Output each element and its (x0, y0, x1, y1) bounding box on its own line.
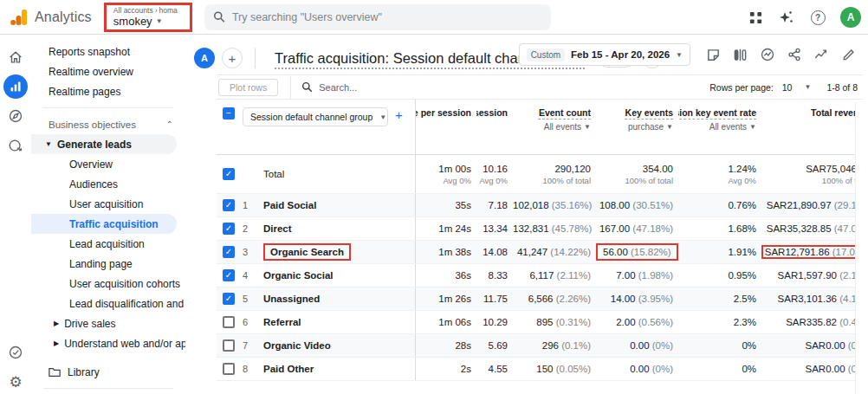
sidebar-item-realtime-pages[interactable]: Realtime pages (31, 81, 185, 101)
row-checkbox[interactable]: ✓ (223, 199, 235, 211)
comparison-icon[interactable] (733, 48, 748, 62)
reports-icon[interactable] (3, 74, 28, 99)
share-icon[interactable] (787, 48, 801, 61)
explore-report-icon[interactable] (813, 47, 829, 62)
sidebar-item-drive-sales[interactable]: ▶Drive sales (31, 313, 185, 333)
account-switcher[interactable]: All accounts›homa smokey ▼ (104, 3, 192, 32)
row-number: 1 (241, 200, 263, 210)
column-header-total-revenue[interactable]: Total rever (811, 107, 857, 119)
row-checkbox[interactable]: ✓ (223, 293, 235, 305)
table-row: 8Paid Other 2s 4.55 150 (0.05%) 0.00 (0%… (217, 358, 863, 381)
events-per-session-cell: 7.18 (476, 200, 513, 210)
help-icon[interactable]: ? (809, 9, 826, 26)
total-revenue-cell: SAR0.00 (0 (761, 364, 862, 374)
avg-engagement-cell: 28s (416, 340, 476, 351)
row-checkbox[interactable] (223, 316, 235, 328)
key-events-filter[interactable]: purchase▼ (628, 121, 673, 132)
total-revenue-cell: SAR1,597.90 (2.1 (761, 270, 862, 281)
row-number: 4 (241, 270, 263, 281)
global-search-input[interactable] (232, 11, 542, 23)
admin-check-icon[interactable] (3, 340, 28, 365)
scrollbar-gutter[interactable] (855, 102, 868, 394)
analytics-logo[interactable]: Analytics (0, 9, 100, 26)
sidebar-item-traffic-acquisition[interactable]: Traffic acquisition (31, 214, 177, 234)
table-search[interactable] (301, 81, 423, 93)
column-header-events-per-session[interactable]: Events per session (476, 107, 508, 119)
sidebar-item-audiences[interactable]: Audiences (31, 174, 185, 194)
advertising-icon[interactable] (3, 133, 28, 158)
event-count-cell: 6,117 (2.11%) (513, 270, 596, 281)
row-number: 3 (241, 247, 263, 257)
select-all-checkbox[interactable]: − (223, 107, 235, 119)
ai-sparkle-icon[interactable] (778, 9, 795, 26)
session-key-event-rate-cell: 0% (678, 340, 761, 351)
row-checkbox[interactable] (223, 363, 235, 375)
edit-pencil-icon[interactable] (841, 48, 856, 62)
avg-engagement-cell: 1m 26s (416, 294, 476, 304)
property-avatar[interactable]: A (194, 48, 215, 68)
events-per-session-cell: 4.55 (476, 364, 513, 374)
arrow-right-icon: ▶ (54, 320, 59, 327)
insights-icon[interactable] (760, 47, 775, 62)
avg-engagement-cell: 1m 06s (416, 317, 476, 327)
sidebar-item-user-acquisition-cohorts[interactable]: User acquisition cohorts (31, 274, 185, 294)
events-per-session-cell: 11.75 (476, 294, 513, 304)
dimension-selector[interactable]: Session default channel group ▼ (243, 107, 388, 126)
apps-grid-icon[interactable] (747, 9, 764, 26)
chevron-down-icon: ▼ (666, 121, 673, 132)
account-breadcrumb: All accounts›homa (113, 6, 178, 15)
explore-icon[interactable] (3, 104, 28, 128)
row-checkbox[interactable]: ✓ (223, 223, 235, 235)
key-events-cell: 56.00 (15.82%) (596, 243, 678, 261)
column-header-event-count[interactable]: Event count (539, 107, 591, 119)
key-events-cell: 167.00 (47.18%) (596, 223, 678, 234)
channel-name: Organic Social (263, 270, 334, 281)
column-header-key-events[interactable]: Key events (625, 107, 673, 119)
event-count-filter[interactable]: All events▼ (544, 121, 591, 132)
avg-engagement-cell: 35s (416, 200, 476, 210)
sidebar-item-overview[interactable]: Overview (31, 154, 185, 174)
home-icon[interactable] (3, 45, 28, 69)
user-avatar[interactable]: A (840, 7, 861, 28)
total-checkbox[interactable]: ✓ (223, 168, 235, 180)
session-key-event-rate-cell: 1.91% (678, 247, 761, 257)
add-property-button[interactable]: + (222, 48, 243, 68)
total-revenue-cell: SAR12,791.86 (17.0 (761, 245, 862, 259)
feedback-note-icon[interactable] (706, 48, 721, 62)
event-count-cell: 296 (0.1%) (513, 340, 596, 351)
table-search-input[interactable] (319, 82, 423, 93)
total-label: Total (263, 169, 284, 179)
row-checkbox[interactable]: ✓ (223, 246, 235, 258)
sidebar-section-business-objectives[interactable]: Business objectives⌃ (31, 114, 185, 134)
avg-engagement-cell: 1m 24s (416, 223, 476, 234)
sidebar-item-lead-acquisition[interactable]: Lead acquisition (31, 234, 185, 254)
session-key-event-rate-cell: 2.3% (678, 317, 761, 327)
table-row: ✓ 5Unassigned 1m 26s 11.75 6,566 (2.26%)… (217, 287, 863, 311)
date-range-picker[interactable]: Custom Feb 15 - Apr 20, 2026 ▼ (519, 43, 690, 66)
divider (43, 388, 173, 389)
sidebar-item-user-acquisition[interactable]: User acquisition (31, 194, 185, 214)
sidebar-item-library[interactable]: Library (31, 362, 185, 382)
column-header-session-key-event-rate[interactable]: Session key event rate (678, 107, 756, 119)
sidebar-collection-generate-leads[interactable]: ▼Generate leads (31, 134, 177, 154)
add-dimension-button[interactable]: + (395, 107, 403, 122)
chevron-down-icon: ▼ (804, 83, 811, 91)
chevron-down-icon: ▼ (749, 121, 756, 132)
row-checkbox[interactable]: ✓ (223, 269, 235, 281)
rows-per-page-select[interactable]: 10 ▼ (782, 82, 812, 93)
sidebar-item-reports-snapshot[interactable]: Reports snapshot (31, 42, 185, 61)
column-header-avg-engagement[interactable]: Average engagement time per session (416, 107, 471, 119)
key-events-cell: 0.00 (0%) (596, 364, 678, 374)
folder-icon (49, 367, 61, 378)
session-key-event-rate-filter[interactable]: All events▼ (709, 121, 756, 132)
row-checkbox[interactable] (223, 339, 235, 352)
plot-rows-button[interactable]: Plot rows (218, 79, 278, 96)
chevron-down-icon: ▼ (156, 17, 163, 25)
table-row: 6Referral 1m 06s 10.29 895 (0.31%) 2.00 … (217, 311, 863, 334)
sidebar-item-understand-web-and-or-app-t[interactable]: ▶Understand web and/or app t... (31, 333, 185, 353)
sidebar-item-lead-disqualification-and-l[interactable]: Lead disqualification and l... (31, 294, 185, 313)
sidebar-item-realtime-overview[interactable]: Realtime overview (31, 61, 185, 81)
settings-gear-icon[interactable]: ⚙ (3, 370, 28, 394)
global-search[interactable] (204, 4, 551, 30)
sidebar-item-landing-page[interactable]: Landing page (31, 254, 185, 274)
